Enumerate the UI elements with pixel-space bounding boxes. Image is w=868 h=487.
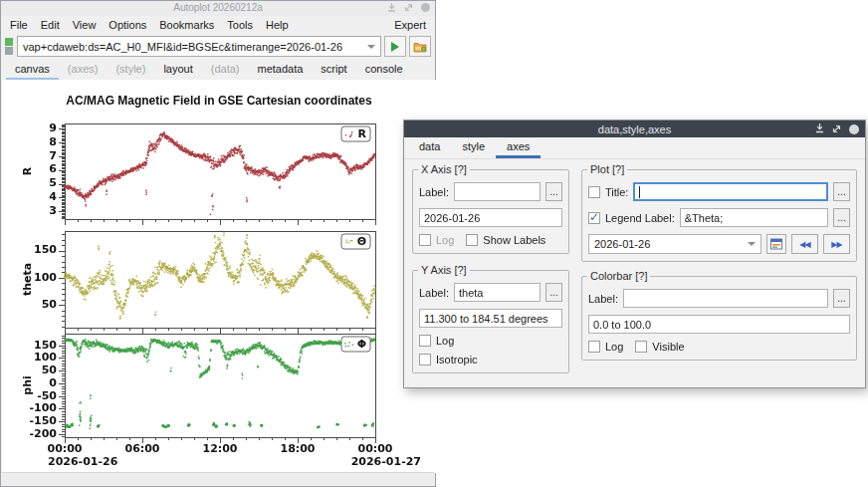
- colorbar-label-caption: Label:: [588, 293, 618, 305]
- autoplot-window: Autoplot 20260212a File Edit View Option…: [0, 0, 436, 487]
- dialog-titlebar[interactable]: data,style,axes: [404, 121, 865, 137]
- plot-group-legend: Plot [?]: [587, 163, 627, 175]
- legend-label-checkbox[interactable]: [588, 212, 600, 224]
- url-text: vap+cdaweb:ds=AC_H0_MFI&id=BGSEc&timeran…: [23, 41, 363, 53]
- x-axis-label-input[interactable]: [454, 182, 541, 201]
- dialog-pin-icon[interactable]: [815, 123, 824, 135]
- next-interval-button[interactable]: ▶▶: [823, 234, 850, 254]
- pin-icon[interactable]: [387, 3, 396, 12]
- colorbar-group: Colorbar [?] Label: ... 0.0 to 100.0 Log: [581, 276, 857, 361]
- colorbar-visible-checkbox[interactable]: [635, 341, 647, 353]
- colorbar-label-more-button[interactable]: ...: [833, 289, 850, 308]
- plot-title-input[interactable]: [633, 182, 828, 201]
- colorbar-log-checkbox[interactable]: [588, 341, 600, 353]
- tab-data[interactable]: (data): [202, 60, 249, 81]
- legend-label-input[interactable]: &Theta;: [680, 208, 828, 227]
- dialog-title: data,style,axes: [598, 123, 671, 135]
- x-axis-group: X Axis [?] Label: ... 2026-01-26 Log: [412, 169, 569, 254]
- status-bar: [2, 472, 434, 485]
- tab-canvas[interactable]: canvas: [6, 60, 59, 81]
- x-axis-group-legend: X Axis [?]: [418, 163, 470, 175]
- x-axis-show-labels-checkbox[interactable]: [466, 234, 478, 246]
- colorbar-visible-label: Visible: [652, 341, 684, 353]
- dialog-tab-style[interactable]: style: [451, 137, 496, 158]
- y-axis-label-more-button[interactable]: ...: [545, 283, 562, 302]
- calendar-button[interactable]: [766, 234, 786, 254]
- plot-title-more-button[interactable]: ...: [833, 182, 850, 201]
- y-axis-isotropic-label: Isotropic: [436, 354, 478, 365]
- y-axis-log-label: Log: [436, 335, 454, 347]
- tab-layout[interactable]: layout: [154, 60, 201, 81]
- plot-timerange-combo[interactable]: 2026-01-26: [588, 234, 761, 254]
- main-tabbar: canvas (axes) (style) layout (data) meta…: [1, 60, 435, 81]
- dialog-restore-icon[interactable]: [832, 123, 841, 135]
- expert-menu[interactable]: Expert: [394, 19, 426, 31]
- y-axis-label-input[interactable]: theta: [454, 283, 541, 302]
- x-axis-show-labels-label: Show Labels: [483, 234, 545, 246]
- close-icon[interactable]: [421, 3, 430, 12]
- play-icon: [391, 42, 399, 52]
- y-axis-isotropic-checkbox[interactable]: [419, 354, 431, 365]
- tab-console[interactable]: console: [356, 60, 412, 81]
- menu-options[interactable]: Options: [108, 19, 146, 31]
- colorbar-range-input[interactable]: 0.0 to 100.0: [588, 315, 850, 334]
- plot-canvas[interactable]: [2, 80, 436, 473]
- legend-label-caption: Legend Label:: [605, 212, 675, 224]
- dialog-tabbar: data style axes: [404, 137, 865, 159]
- y-axis-group-legend: Y Axis [?]: [418, 264, 470, 276]
- tab-script[interactable]: script: [312, 60, 355, 81]
- url-dropdown-icon[interactable]: [367, 45, 375, 49]
- axes-dialog: data,style,axes data style axes X Axis […: [403, 120, 866, 388]
- dialog-close-icon[interactable]: [849, 124, 859, 134]
- window-titlebar[interactable]: Autoplot 20260212a: [1, 1, 435, 16]
- menubar: File Edit View Options Bookmarks Tools H…: [1, 16, 435, 33]
- x-axis-log-label: Log: [436, 234, 454, 246]
- menu-bookmarks[interactable]: Bookmarks: [159, 19, 214, 31]
- x-axis-log-checkbox[interactable]: [419, 234, 431, 246]
- plot-timerange-value: 2026-01-26: [594, 238, 650, 250]
- menu-edit[interactable]: Edit: [41, 19, 60, 31]
- colorbar-group-legend: Colorbar [?]: [587, 270, 650, 282]
- menu-help[interactable]: Help: [266, 19, 289, 31]
- window-title: Autoplot 20260212a: [1, 2, 435, 13]
- url-input[interactable]: vap+cdaweb:ds=AC_H0_MFI&id=BGSEc&timeran…: [17, 36, 381, 57]
- dialog-tab-data[interactable]: data: [408, 137, 451, 158]
- text-caret: [639, 186, 640, 198]
- url-bar: vap+cdaweb:ds=AC_H0_MFI&id=BGSEc&timeran…: [1, 33, 435, 60]
- restore-icon[interactable]: [404, 3, 413, 12]
- canvas-area: AC/MAG Magnetic Field in GSE Cartesian c…: [2, 80, 436, 473]
- x-axis-range-input[interactable]: 2026-01-26: [419, 208, 562, 227]
- calendar-icon: [770, 238, 782, 250]
- tab-style[interactable]: (style): [107, 60, 154, 81]
- dialog-body: X Axis [?] Label: ... 2026-01-26 Log: [404, 159, 865, 381]
- combo-dropdown-icon: [748, 242, 756, 246]
- menu-view[interactable]: View: [73, 19, 97, 31]
- colorbar-log-label: Log: [605, 341, 623, 353]
- folder-icon: [413, 41, 427, 53]
- dialog-tab-axes[interactable]: axes: [496, 137, 541, 158]
- plot-title-checkbox[interactable]: [588, 186, 600, 198]
- x-axis-label-more-button[interactable]: ...: [545, 182, 562, 201]
- y-axis-group: Y Axis [?] Label: theta ... 11.300 to 18…: [412, 270, 569, 373]
- plot-title: AC/MAG Magnetic Field in GSE Cartesian c…: [2, 94, 436, 108]
- y-axis-log-checkbox[interactable]: [419, 335, 431, 347]
- x-axis-label-caption: Label:: [419, 186, 449, 198]
- colorbar-label-input[interactable]: [623, 289, 828, 308]
- plot-title-caption: Title:: [605, 186, 628, 198]
- tab-axes[interactable]: (axes): [59, 60, 108, 81]
- y-axis-range-input[interactable]: 11.300 to 184.51 degrees: [419, 309, 562, 328]
- inspect-button[interactable]: [409, 36, 431, 57]
- desktop: Autoplot 20260212a File Edit View Option…: [0, 0, 868, 487]
- previous-interval-button[interactable]: ◀◀: [791, 234, 818, 254]
- tab-metadata[interactable]: metadata: [248, 60, 312, 81]
- plot-group: Plot [?] Title: ... Legend Label: &Theta…: [581, 169, 857, 262]
- legend-label-more-button[interactable]: ...: [833, 208, 850, 227]
- menu-file[interactable]: File: [10, 19, 28, 31]
- y-axis-label-caption: Label:: [419, 287, 449, 299]
- connection-status-icon: [5, 38, 14, 55]
- go-button[interactable]: [384, 36, 406, 57]
- menu-tools[interactable]: Tools: [227, 19, 253, 31]
